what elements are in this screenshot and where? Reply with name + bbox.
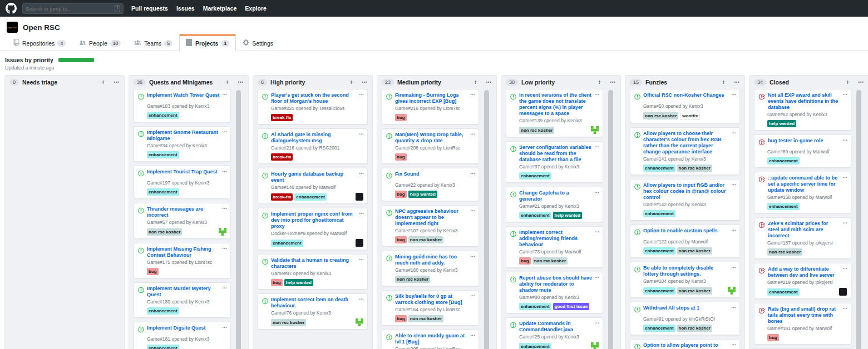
issue-card[interactable]: Implement Watch Tower Quest…Game#183 ope…: [134, 89, 231, 122]
issue-title[interactable]: Implement Digsite Quest: [147, 325, 212, 331]
card-menu-button[interactable]: …: [470, 207, 475, 212]
issue-card[interactable]: Validate that a human is creating charac…: [258, 254, 368, 290]
issue-title[interactable]: Rats (big and small) drop rat tails almo…: [768, 306, 847, 325]
issue-title[interactable]: Allow players to choose their character'…: [643, 131, 736, 155]
issue-card[interactable]: Implement Murder Mystery Quest…Game#180 …: [134, 282, 231, 318]
nav-link-explore[interactable]: Explore: [245, 5, 267, 12]
issue-card[interactable]: Zeke's scimitar prices for steel and mit…: [754, 217, 851, 259]
issue-title[interactable]: Implement correct adding/removing friend…: [519, 230, 599, 248]
card-menu-button[interactable]: …: [594, 188, 599, 194]
issue-title[interactable]: Fix Sound: [395, 171, 426, 177]
issue-card[interactable]: Not all EXP award and skill events have …: [754, 89, 851, 131]
card-menu-button[interactable]: …: [594, 91, 599, 96]
issue-card[interactable]: ::update command able to be set a specif…: [754, 172, 851, 213]
card-menu-button[interactable]: …: [842, 219, 847, 225]
add-card-button[interactable]: +: [101, 79, 105, 85]
card-menu-button[interactable]: …: [594, 319, 599, 325]
column-menu-button[interactable]: ⋯: [734, 81, 740, 84]
card-menu-button[interactable]: …: [222, 128, 227, 133]
issue-title[interactable]: Update Commands in CommandHandler.java: [519, 321, 599, 333]
issue-card[interactable]: Official RSC non-Kosher Changes…Game#50 …: [630, 89, 740, 123]
tab-people[interactable]: People10: [72, 36, 127, 51]
card-menu-button[interactable]: …: [470, 292, 475, 297]
card-menu-button[interactable]: …: [359, 169, 364, 175]
card-menu-button[interactable]: …: [470, 331, 475, 337]
card-menu-button[interactable]: …: [470, 252, 475, 258]
issue-card[interactable]: Able to clean muddy guam at lvl 1 [Bug]……: [382, 330, 479, 349]
issue-card[interactable]: Server configuration variables should be…: [506, 141, 603, 183]
card-menu-button[interactable]: …: [731, 91, 736, 96]
issue-card[interactable]: Implement Gnome Restaurant Minigame…Game…: [134, 126, 231, 162]
issue-card[interactable]: In recent versions of the client the gam…: [506, 89, 603, 137]
issue-title[interactable]: Server configuration variables should be…: [519, 144, 599, 163]
issue-card[interactable]: Be able to completely disable lottery th…: [630, 262, 740, 298]
issue-card[interactable]: Option to enable custom spells…Game#122 …: [630, 225, 740, 258]
card-menu-button[interactable]: …: [594, 143, 599, 148]
issue-title[interactable]: Man(Men) Wrong Drop table, quantity & dr…: [395, 132, 475, 144]
column-scrollbar[interactable]: [608, 90, 613, 349]
issue-card[interactable]: Man(Men) Wrong Drop table, quantity & dr…: [382, 128, 479, 164]
issue-card[interactable]: Implement correct adding/removing friend…: [506, 226, 603, 268]
issue-card[interactable]: Mining guild mine has too much mith and …: [382, 251, 479, 286]
card-menu-button[interactable]: …: [594, 228, 599, 233]
card-menu-button[interactable]: …: [222, 323, 227, 329]
tab-projects[interactable]: Projects1: [179, 34, 236, 51]
issue-card[interactable]: Allow players to choose their character'…: [630, 127, 740, 175]
issue-card[interactable]: Silk buy/sells for 0 gp at varrock cloth…: [382, 290, 479, 326]
issue-card[interactable]: Implement correct item on death behaviou…: [258, 293, 368, 330]
issue-title[interactable]: Withdrawl All stops at 1: [643, 305, 706, 311]
issue-card[interactable]: Report abuse box should have ability for…: [506, 272, 603, 313]
card-menu-button[interactable]: …: [222, 284, 227, 290]
card-menu-button[interactable]: …: [222, 245, 227, 250]
card-menu-button[interactable]: …: [470, 130, 475, 136]
card-menu-button[interactable]: …: [842, 305, 847, 310]
issue-title[interactable]: Implement Tourist Trap Quest: [147, 169, 224, 175]
issue-title[interactable]: Implement Gnome Restaurant Minigame: [147, 129, 226, 142]
column-scrollbar[interactable]: [484, 90, 489, 349]
issue-title[interactable]: Not all EXP award and skill events have …: [768, 92, 847, 111]
card-menu-button[interactable]: …: [222, 167, 227, 173]
add-card-button[interactable]: +: [597, 79, 601, 85]
issue-title[interactable]: Be able to completely disable lottery th…: [643, 265, 736, 277]
issue-card[interactable]: Al Kharid gate is missing dialogue/syste…: [258, 128, 368, 164]
issue-title[interactable]: bug tester in-game role: [768, 138, 830, 144]
issue-title[interactable]: Able to clean muddy guam at lvl 1 [Bug]: [395, 333, 475, 345]
card-menu-button[interactable]: …: [359, 130, 364, 136]
column-scrollbar[interactable]: [236, 90, 241, 349]
issue-card[interactable]: Fix Sound…Game#22 opened by Kenix3bughel…: [382, 168, 479, 201]
issue-card[interactable]: Option to allow players point to point t…: [630, 339, 740, 349]
issue-card[interactable]: Implement Tourist Trap Quest…Game#197 op…: [134, 166, 231, 199]
issue-title[interactable]: Hourly game database backup event: [271, 171, 363, 183]
card-menu-button[interactable]: …: [731, 129, 736, 134]
github-logo-icon[interactable]: [6, 3, 17, 14]
add-card-button[interactable]: +: [473, 79, 477, 85]
issue-card[interactable]: Implement proper nginx conf from dev int…: [258, 208, 368, 250]
issue-title[interactable]: Option to allow players point to point t…: [643, 342, 736, 349]
issue-title[interactable]: Add a way to differentiate between dev a…: [768, 266, 847, 278]
issue-card[interactable]: Allow players to input RGB and/or hex co…: [630, 179, 740, 221]
issue-card[interactable]: bug tester in-game role…Game#89 opened b…: [754, 134, 851, 168]
add-card-button[interactable]: +: [225, 79, 229, 85]
issue-title[interactable]: Firemaking - Burning Logs gives incorrec…: [395, 92, 475, 104]
card-menu-button[interactable]: …: [359, 256, 364, 261]
card-menu-button[interactable]: …: [731, 181, 736, 186]
column-menu-button[interactable]: ⋯: [114, 81, 120, 84]
nav-link-issues[interactable]: Issues: [176, 5, 195, 12]
issue-title[interactable]: NPC aggressive behaviour doesn't appear …: [395, 208, 475, 227]
search-input[interactable]: [26, 6, 115, 12]
issue-title[interactable]: Change Captcha to a generator: [519, 190, 599, 202]
nav-link-pull-requests[interactable]: Pull requests: [131, 5, 168, 12]
org-avatar[interactable]: Open RSC: [7, 22, 18, 33]
column-scrollbar[interactable]: [856, 90, 861, 349]
issue-title[interactable]: Allow players to input RGB and/or hex co…: [643, 182, 736, 201]
issue-title[interactable]: Implement correct item on death behaviou…: [271, 297, 363, 309]
issue-title[interactable]: Validate that a human is creating charac…: [271, 257, 363, 270]
card-menu-button[interactable]: …: [842, 136, 847, 142]
card-menu-button[interactable]: …: [359, 295, 364, 301]
issue-card[interactable]: Firemaking - Burning Logs gives incorrec…: [382, 89, 479, 124]
column-menu-button[interactable]: ⋯: [610, 81, 616, 84]
issue-title[interactable]: In recent versions of the client the gam…: [519, 92, 599, 117]
column-menu-button[interactable]: ⋯: [238, 81, 244, 84]
card-menu-button[interactable]: …: [359, 210, 364, 215]
issue-card[interactable]: Update Commands in CommandHandler.java…G…: [506, 317, 603, 349]
